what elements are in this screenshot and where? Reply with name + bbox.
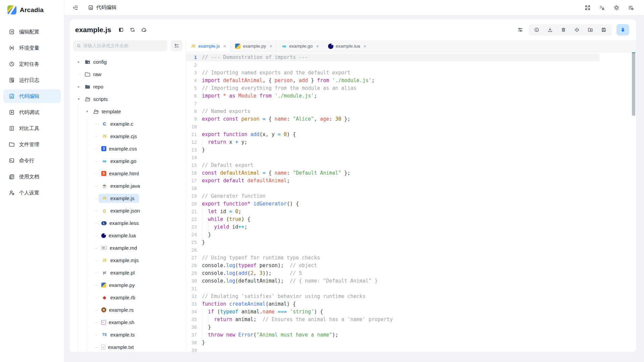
code-line[interactable]: 17export default defaultAnimal; xyxy=(186,177,636,185)
code-line[interactable]: 24} xyxy=(186,231,636,239)
sliders-button[interactable] xyxy=(517,27,523,33)
code-line[interactable]: 39 xyxy=(186,347,636,352)
tree-item-scripts[interactable]: ▾scripts xyxy=(78,93,186,105)
close-icon[interactable]: × xyxy=(269,44,272,49)
tree-item-example.java[interactable]: ☕example.java xyxy=(78,180,186,192)
code-line[interactable]: 26 xyxy=(186,246,636,254)
code-line[interactable]: 19// Generator function xyxy=(186,192,636,200)
translate-button[interactable]: 文A xyxy=(599,5,605,11)
theme-button[interactable] xyxy=(613,5,620,11)
code-line[interactable]: 36} xyxy=(186,323,636,331)
tree-item-example.sh[interactable]: >_example.sh xyxy=(78,316,186,328)
code-line[interactable]: 6import * as Module from './module.js'; xyxy=(186,92,636,100)
tree-item-example.mjs[interactable]: JSexample.mjs xyxy=(78,254,186,266)
code-line[interactable]: 23yield id++; xyxy=(186,223,636,231)
tree-item-repo[interactable]: ▸repo xyxy=(78,80,186,93)
code-line[interactable]: 34if (typeof animal.name === 'string') { xyxy=(186,308,636,316)
code-line[interactable]: 32// Emulating 'satisfies' behavior usin… xyxy=(186,293,636,300)
tree-item-example.html[interactable]: 5example.html xyxy=(78,167,186,180)
tree-item-example.go[interactable]: ∞example.go xyxy=(78,155,186,167)
tree-item-raw[interactable]: raw xyxy=(78,68,186,80)
fullscreen-button[interactable] xyxy=(585,5,591,11)
sidebar-item-cron-tasks[interactable]: 定时任务 xyxy=(3,57,61,71)
run-button[interactable] xyxy=(616,24,629,36)
code-line[interactable]: 21let id = 0; xyxy=(186,208,636,216)
sidebar-item-code-edit[interactable]: 代码编辑 xyxy=(3,89,61,103)
code-line[interactable]: 8// Named exports xyxy=(186,108,636,115)
sidebar-item-run-logs[interactable]: 运行日志 xyxy=(3,73,61,87)
code-line[interactable]: 11export function add(x, y = 0) { xyxy=(186,131,636,138)
tree-item-example.c[interactable]: Cexample.c xyxy=(78,118,186,130)
code-line[interactable]: 18 xyxy=(186,185,636,192)
tree-item-example.cjs[interactable]: JSexample.cjs xyxy=(78,130,186,142)
code-line[interactable]: 22while (true) { xyxy=(186,216,636,223)
tree-item-example.json[interactable]: {}example.json xyxy=(78,204,186,217)
code-line[interactable]: 28console.log(typeof person); // object xyxy=(186,262,636,269)
cloud-add-button[interactable] xyxy=(141,27,147,33)
list-settings-button[interactable] xyxy=(628,5,634,11)
code-line[interactable]: 35return animal; // Ensures the animal h… xyxy=(186,316,636,323)
code-line[interactable]: 20export function* idGenerator() { xyxy=(186,200,636,208)
collapse-sidebar-button[interactable] xyxy=(71,3,80,12)
sidebar-item-env-vars[interactable]: 环境变量 xyxy=(3,41,61,55)
tree-item-example.py[interactable]: example.py xyxy=(78,279,186,291)
save-button[interactable] xyxy=(601,27,606,33)
tree-item-example.rb[interactable]: ◆example.rb xyxy=(78,291,186,304)
tree-item-example.lua[interactable]: example.lua xyxy=(78,229,186,242)
tree-item-example.txt[interactable]: ≡example.txt xyxy=(78,341,186,352)
editor-tab-example.go[interactable]: ∞example.go× xyxy=(277,40,324,52)
code-line[interactable]: 2 xyxy=(186,61,636,69)
code-line[interactable]: 33function createAnimal(animal) { xyxy=(186,300,636,308)
code-line[interactable]: 37throw new Error("Animal must have a na… xyxy=(186,331,636,339)
info-button[interactable] xyxy=(534,27,539,33)
scrollbar-thumb[interactable] xyxy=(632,53,635,116)
editor-tab-example.lua[interactable]: example.lua× xyxy=(324,40,371,52)
code-line[interactable]: 3// Importing named exports and the defa… xyxy=(186,69,636,77)
code-line[interactable]: 5// Importing everything from the module… xyxy=(186,84,636,92)
tree-item-example.rs[interactable]: Rexample.rs xyxy=(78,304,186,316)
chevron-right-icon[interactable]: ▸ xyxy=(78,84,85,89)
sidebar-item-profile-settings[interactable]: 个人设置 xyxy=(3,186,61,199)
code-line[interactable]: 14 xyxy=(186,154,636,162)
tree-item-template[interactable]: ▾template xyxy=(78,105,186,118)
close-icon[interactable]: × xyxy=(316,44,319,49)
code-line[interactable]: 13} xyxy=(186,146,636,154)
chevron-down-icon[interactable]: ▾ xyxy=(78,97,85,101)
checklist-filter-button[interactable] xyxy=(171,40,182,51)
editor-scrollbar[interactable] xyxy=(632,52,635,352)
code-line[interactable]: 15// Default export xyxy=(186,162,636,169)
code-line[interactable]: 31 xyxy=(186,285,636,293)
download-button[interactable] xyxy=(547,27,553,33)
sidebar-item-compare-tool[interactable]: 对比工具 xyxy=(3,122,61,135)
code-line[interactable]: 1// --- Demonstration of imports --- xyxy=(186,54,636,61)
tree-item-example.js[interactable]: JSexample.js xyxy=(78,192,186,204)
tree-item-example.css[interactable]: 3example.css xyxy=(78,142,186,155)
sidebar-item-file-manage[interactable]: 文件管理 xyxy=(3,138,61,151)
close-icon[interactable]: × xyxy=(363,44,366,49)
chevron-down-icon[interactable]: ▾ xyxy=(86,109,93,114)
editor-tab-example.js[interactable]: JSexample.js× xyxy=(186,40,231,52)
tree-item-example.pl[interactable]: plexample.pl xyxy=(78,266,186,279)
topbar-tab-code-edit[interactable]: 代码编辑 xyxy=(88,4,116,11)
refresh-button[interactable] xyxy=(130,27,135,33)
tree-item-example.md[interactable]: M↓example.md xyxy=(78,242,186,254)
code-line[interactable]: 25} xyxy=(186,239,636,246)
chevron-right-icon[interactable]: ▸ xyxy=(78,60,85,64)
rename-button[interactable] xyxy=(574,27,580,33)
tree-item-example.ts[interactable]: TSexample.ts xyxy=(78,328,186,341)
sidebar-item-docs[interactable]: 使用文档 xyxy=(3,170,61,183)
code-line[interactable]: 7 xyxy=(186,100,636,108)
code-line[interactable]: 12return x + y; xyxy=(186,138,636,146)
search-input[interactable] xyxy=(83,43,164,48)
panel-toggle-button[interactable] xyxy=(118,27,124,33)
code-line[interactable]: 4import defaultAnimal, { person, add } f… xyxy=(186,77,636,84)
editor-tab-example.py[interactable]: example.py× xyxy=(231,40,277,52)
code-line[interactable]: 38} xyxy=(186,339,636,347)
folder-move-button[interactable] xyxy=(588,27,593,33)
tree-item-example.less[interactable]: Lexample.less xyxy=(78,217,186,229)
close-icon[interactable]: × xyxy=(223,44,226,49)
code-line[interactable]: 9export const person = { name: "Alice", … xyxy=(186,115,636,123)
code-line[interactable]: 27// Using typeof for runtime type check… xyxy=(186,254,636,262)
trash-button[interactable] xyxy=(561,27,566,33)
tree-item-config[interactable]: ▸config xyxy=(78,56,186,68)
